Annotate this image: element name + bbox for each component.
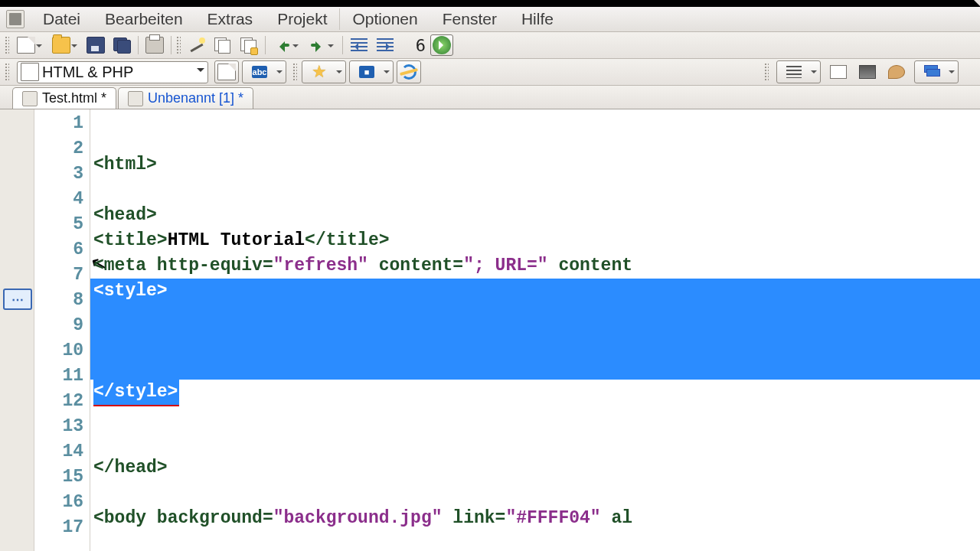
code-line[interactable] — [90, 405, 980, 430]
new-file-icon — [17, 37, 35, 54]
palette-button[interactable] — [885, 61, 908, 83]
wizard-button[interactable] — [185, 34, 208, 56]
titlebar — [0, 0, 980, 7]
list-view-button[interactable] — [776, 60, 821, 83]
stack-icon — [924, 65, 939, 79]
star-icon: ★ — [312, 62, 327, 82]
fold-marker-icon[interactable] — [3, 289, 32, 310]
toolbar-grip — [5, 63, 9, 81]
line-number: 16 — [34, 490, 90, 515]
code-line[interactable] — [90, 329, 980, 354]
printer-icon — [145, 37, 164, 54]
browser-preview-button[interactable] — [397, 60, 421, 83]
favorites-button[interactable]: ★ — [302, 60, 346, 83]
code-line[interactable] — [90, 354, 980, 380]
toolbar-line-number: 6 — [398, 36, 429, 55]
line-number: 15 — [34, 465, 90, 490]
code-line[interactable]: <html> — [90, 152, 980, 178]
line-number: 2 — [34, 136, 90, 161]
tab-test-html[interactable]: Test.html * — [12, 87, 116, 109]
undo-button[interactable] — [270, 34, 302, 56]
language-combo[interactable]: HTML & PHP — [17, 61, 208, 83]
right-toolbar-cluster — [763, 60, 980, 83]
go-button[interactable] — [430, 34, 453, 56]
play-icon — [433, 36, 451, 54]
copy-icon — [214, 37, 231, 53]
save-button[interactable] — [84, 34, 107, 56]
snippet-icon: ■ — [359, 66, 374, 78]
code-line[interactable] — [90, 481, 980, 506]
line-number: 4 — [34, 187, 90, 212]
outdent-button[interactable] — [348, 34, 371, 56]
editor[interactable]: 1234567891011121314151617 ↖ <html><head>… — [0, 109, 980, 551]
save-icon — [87, 37, 105, 54]
menu-fenster[interactable]: Fenster — [430, 8, 509, 30]
toolbar-grip — [764, 63, 769, 81]
paste-button[interactable] — [237, 34, 260, 56]
line-number: 1 — [34, 111, 90, 136]
code-line[interactable]: <head> — [90, 203, 980, 228]
code-line[interactable]: <style> — [90, 279, 980, 304]
doc-icon — [128, 91, 143, 106]
code-line[interactable]: <title>HTML Tutorial</title> — [90, 228, 980, 253]
page-button[interactable] — [827, 61, 850, 83]
code-line[interactable]: </head> — [90, 455, 980, 481]
copy-button[interactable] — [211, 34, 234, 56]
internet-explorer-icon — [400, 63, 418, 81]
line-number: 10 — [34, 338, 90, 364]
code-line[interactable]: <meta http-equiv="refresh" content="; UR… — [90, 253, 980, 279]
menu-extras[interactable]: Extras — [195, 8, 266, 30]
code-area[interactable]: ↖ <html><head><title>HTML Tutorial</titl… — [90, 109, 980, 551]
page-icon — [830, 65, 847, 79]
line-number: 3 — [34, 161, 90, 187]
menubar: Datei Bearbeiten Extras Projekt Optionen… — [0, 7, 980, 32]
open-folder-icon — [52, 37, 70, 54]
menu-hilfe[interactable]: Hilfe — [509, 8, 566, 30]
line-number: 11 — [34, 364, 90, 389]
menu-optionen[interactable]: Optionen — [340, 8, 430, 30]
menu-datei[interactable]: Datei — [31, 8, 93, 30]
indent-icon — [377, 38, 394, 52]
print-button[interactable] — [143, 34, 166, 56]
toolbar-grip — [292, 63, 297, 81]
line-number-gutter: 1234567891011121314151617 — [34, 109, 90, 551]
redo-icon — [309, 40, 326, 51]
toolbar-separator — [171, 36, 172, 54]
toolbar-separator — [342, 36, 343, 54]
line-number: 14 — [34, 439, 90, 465]
snippets-button[interactable]: ■ — [349, 60, 394, 83]
indent-button[interactable] — [374, 34, 397, 56]
open-file-button[interactable] — [49, 34, 81, 56]
code-line[interactable]: <body background="background.jpg" link="… — [90, 506, 980, 531]
tab-unbenannt[interactable]: Unbenannt [1] * — [118, 87, 253, 109]
line-number: 17 — [34, 515, 90, 540]
new-file-button[interactable] — [14, 34, 46, 56]
doc-icon — [21, 63, 39, 81]
fold-gutter — [0, 109, 34, 551]
preview-button[interactable] — [214, 60, 239, 83]
app-icon — [6, 10, 24, 28]
doc-icon — [22, 91, 38, 106]
menu-bearbeiten[interactable]: Bearbeiten — [93, 8, 195, 30]
line-number: 6 — [34, 237, 90, 262]
line-number: 9 — [34, 313, 90, 338]
redo-button[interactable] — [305, 34, 338, 56]
layers-button[interactable] — [914, 60, 959, 83]
toolbar-grip — [176, 36, 181, 54]
abc-button[interactable]: abc — [242, 60, 286, 83]
code-line[interactable] — [90, 531, 980, 551]
menu-projekt[interactable]: Projekt — [265, 8, 340, 30]
code-line[interactable] — [90, 178, 980, 203]
image-button[interactable] — [856, 61, 879, 83]
paste-icon — [240, 37, 257, 53]
line-number: 7 — [34, 262, 90, 288]
line-number: 13 — [34, 414, 90, 439]
code-line[interactable]: </style> — [90, 380, 980, 405]
code-line[interactable] — [90, 430, 980, 455]
save-all-button[interactable] — [110, 34, 133, 56]
palette-icon — [888, 65, 905, 79]
tab-label: Test.html * — [42, 90, 106, 106]
secondary-toolbar: HTML & PHP abc ★ ■ — [0, 59, 980, 86]
outdent-icon — [351, 38, 368, 52]
code-line[interactable] — [90, 304, 980, 329]
